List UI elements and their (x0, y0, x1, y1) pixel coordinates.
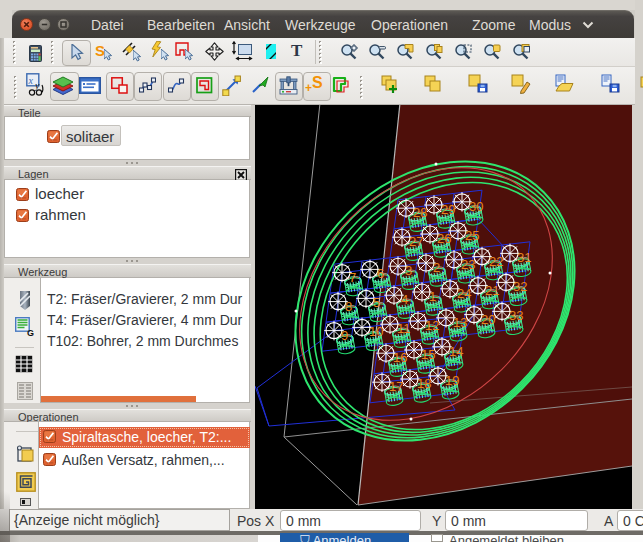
svg-text:30: 30 (469, 199, 483, 214)
svg-text:26: 26 (437, 231, 451, 246)
svg-text:2: 2 (433, 260, 440, 275)
svg-text:29: 29 (441, 202, 455, 217)
svg-text:14: 14 (449, 344, 463, 359)
svg-text:24: 24 (457, 286, 471, 301)
svg-text:32: 32 (513, 279, 527, 294)
svg-text:13: 13 (453, 315, 467, 330)
svg-text:25: 25 (465, 228, 479, 243)
svg-text:23: 23 (461, 257, 475, 272)
svg-text:10: 10 (369, 324, 383, 339)
svg-text:21: 21 (485, 283, 499, 298)
svg-text:11: 11 (397, 321, 411, 336)
svg-text:28: 28 (413, 205, 427, 220)
svg-text:17: 17 (389, 379, 403, 394)
svg-text:15: 15 (421, 347, 435, 362)
svg-text:16: 16 (393, 350, 407, 365)
svg-text:6: 6 (377, 266, 384, 281)
svg-text:33: 33 (509, 308, 523, 323)
svg-text:9: 9 (341, 328, 348, 343)
svg-text:5: 5 (373, 295, 380, 310)
svg-text:8: 8 (345, 299, 352, 314)
svg-text:19: 19 (445, 373, 459, 388)
svg-text:18: 18 (417, 376, 431, 391)
svg-text:7: 7 (349, 270, 356, 285)
svg-text:4: 4 (401, 292, 408, 307)
svg-text:20: 20 (481, 312, 495, 327)
svg-text:31: 31 (517, 250, 531, 265)
svg-text:22: 22 (489, 254, 503, 269)
svg-text:3: 3 (405, 263, 412, 278)
svg-text:x: x (27, 75, 33, 86)
svg-text:1: 1 (429, 289, 436, 304)
svg-text:27: 27 (409, 234, 423, 249)
svg-text:G: G (27, 328, 34, 337)
svg-text:12: 12 (425, 318, 439, 333)
